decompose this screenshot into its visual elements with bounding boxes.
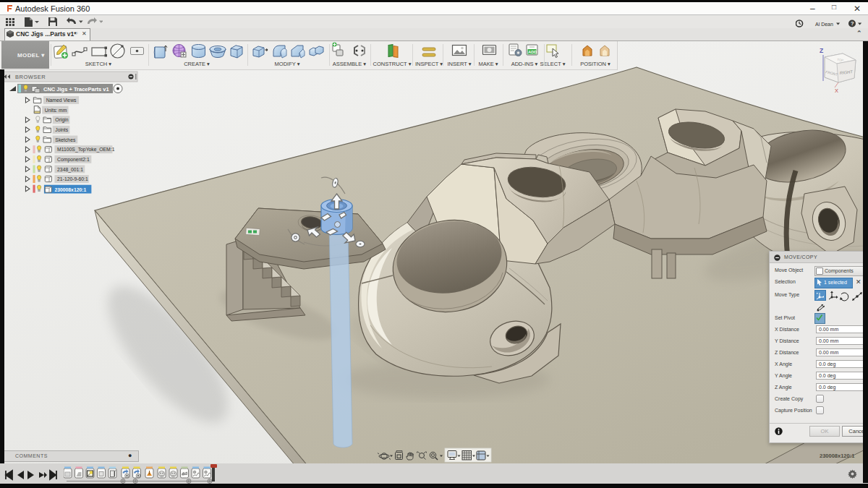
svg-text:Units: mm: Units: mm — [45, 108, 67, 113]
svg-text:Named Views: Named Views — [46, 98, 77, 103]
svg-text:Al Dean: Al Dean — [815, 22, 833, 27]
svg-text:21-120-9-60:1: 21-120-9-60:1 — [57, 176, 88, 181]
svg-text:Joints: Joints — [55, 127, 68, 132]
svg-text:M1100S_TopYoke_OEM:1: M1100S_TopYoke_OEM:1 — [57, 147, 115, 153]
svg-text:X: X — [835, 87, 838, 94]
svg-text:ADD: ADD — [528, 50, 537, 54]
svg-text:Sketches: Sketches — [55, 137, 76, 142]
svg-text:230008x120:1: 230008x120:1 — [54, 187, 86, 192]
svg-text:Z: Z — [820, 47, 823, 54]
svg-text:2348_001:1: 2348_001:1 — [57, 167, 83, 173]
svg-text:Component2:1: Component2:1 — [57, 157, 90, 163]
svg-text:230008x120:1: 230008x120:1 — [820, 453, 854, 459]
svg-text:CNC Jigs + TraceParts v1: CNC Jigs + TraceParts v1 — [43, 86, 109, 93]
svg-text:?: ? — [851, 20, 854, 27]
svg-text:Origin: Origin — [55, 117, 68, 123]
svg-text:BROWSER: BROWSER — [15, 74, 46, 80]
